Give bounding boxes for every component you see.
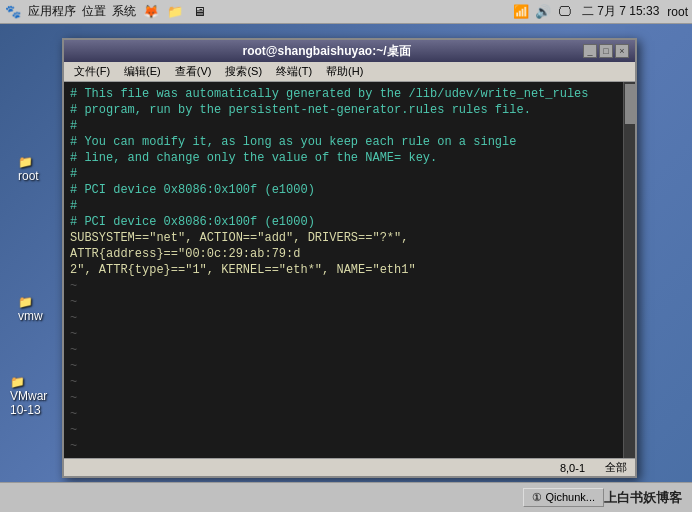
datetime-display: 二 7月 7 15:33 — [582, 3, 659, 20]
line-9: # PCI device 0x8086:0x100f (e1000) — [70, 214, 617, 230]
line-1: # This file was automatically generated … — [70, 86, 617, 102]
menu-bar: 文件(F) 编辑(E) 查看(V) 搜索(S) 终端(T) 帮助(H) — [64, 62, 635, 82]
desktop-icon-root[interactable]: 📁 root — [18, 155, 39, 183]
desktop: 🐾 应用程序 位置 系统 🦊 📁 🖥 📶 🔊 🖵 二 7月 7 15:33 ro… — [0, 0, 692, 512]
desktop-icon-root-label: 📁 — [18, 155, 39, 169]
line-8: # — [70, 198, 617, 214]
desktop-icon-vmwar-text: VMwar — [10, 389, 47, 403]
menu-file[interactable]: 文件(F) — [68, 63, 116, 80]
desktop-icon-vmw[interactable]: 📁 vmw — [18, 295, 43, 323]
maximize-button[interactable]: □ — [599, 44, 613, 58]
tilde-2: ~ — [70, 294, 617, 310]
tilde-11: ~ — [70, 438, 617, 454]
menu-view[interactable]: 查看(V) — [169, 63, 218, 80]
tilde-6: ~ — [70, 358, 617, 374]
minimize-button[interactable]: _ — [583, 44, 597, 58]
open-app-button[interactable]: ① Qichunk... — [523, 488, 604, 507]
line-7: # PCI device 0x8086:0x100f (e1000) — [70, 182, 617, 198]
menu-terminal[interactable]: 终端(T) — [270, 63, 318, 80]
taskbar-top: 🐾 应用程序 位置 系统 🦊 📁 🖥 📶 🔊 🖵 二 7月 7 15:33 ro… — [0, 0, 692, 24]
menu-edit[interactable]: 编辑(E) — [118, 63, 167, 80]
terminal-window: root@shangbaishuyao:~/桌面 _ □ × 文件(F) 编辑(… — [62, 38, 637, 478]
tilde-5: ~ — [70, 342, 617, 358]
status-bar: 8,0-1 全部 — [64, 458, 635, 476]
network-icon: 📶 — [512, 3, 530, 21]
window-titlebar: root@shangbaishuyao:~/桌面 _ □ × — [64, 40, 635, 62]
folder-icon[interactable]: 📁 — [166, 3, 184, 21]
screen-icon: 🖵 — [556, 3, 574, 21]
menu-help[interactable]: 帮助(H) — [320, 63, 369, 80]
cursor-position: 8,0-1 — [560, 462, 585, 474]
desktop-icon-vmwar-icon: 📁 — [10, 375, 47, 389]
scrollbar[interactable] — [623, 82, 635, 458]
system-menu[interactable]: 系统 — [112, 3, 136, 20]
taskbar-left-menu: 🐾 应用程序 位置 系统 🦊 📁 🖥 — [4, 3, 208, 21]
line-6: # — [70, 166, 617, 182]
editor-content[interactable]: # This file was automatically generated … — [64, 82, 635, 458]
taskbar-bottom: ① Qichunk... 上白书妖博客 — [0, 482, 692, 512]
tilde-12: ~ — [70, 454, 617, 458]
position-menu[interactable]: 位置 — [82, 3, 106, 20]
taskbar-right: 📶 🔊 🖵 二 7月 7 15:33 root — [512, 3, 688, 21]
editor-text-area[interactable]: # This file was automatically generated … — [64, 82, 623, 458]
tilde-10: ~ — [70, 422, 617, 438]
app-icon: 🐾 — [4, 3, 22, 21]
line-10: SUBSYSTEM=="net", ACTION=="add", DRIVERS… — [70, 230, 617, 262]
desktop-icon-vmw-label: 📁 — [18, 295, 43, 309]
scrollbar-thumb[interactable] — [625, 84, 635, 124]
volume-icon: 🔊 — [534, 3, 552, 21]
desktop-icon-vmwar-text2: 10-13 — [10, 403, 47, 417]
desktop-icon-vmwar[interactable]: 📁 VMwar 10-13 — [10, 375, 47, 417]
close-button[interactable]: × — [615, 44, 629, 58]
window-title: root@shangbaishuyao:~/桌面 — [70, 43, 583, 60]
line-3: # — [70, 118, 617, 134]
user-display: root — [667, 5, 688, 19]
terminal-icon[interactable]: 🖥 — [190, 3, 208, 21]
system-icons: 📶 🔊 🖵 — [512, 3, 574, 21]
firefox-icon[interactable]: 🦊 — [142, 3, 160, 21]
tilde-8: ~ — [70, 390, 617, 406]
line-2: # program, run by the persistent-net-gen… — [70, 102, 617, 118]
apps-menu[interactable]: 应用程序 — [28, 3, 76, 20]
line-4: # You can modify it, as long as you keep… — [70, 134, 617, 150]
blog-label: 上白书妖博客 — [604, 489, 682, 507]
tilde-4: ~ — [70, 326, 617, 342]
view-status: 全部 — [605, 460, 627, 475]
taskbar-bottom-left: ① Qichunk... — [523, 488, 604, 507]
window-controls: _ □ × — [583, 44, 629, 58]
desktop-icon-vmw-text: vmw — [18, 309, 43, 323]
line-11: 2", ATTR{type}=="1", KERNEL=="eth*", NAM… — [70, 262, 617, 278]
menu-search[interactable]: 搜索(S) — [219, 63, 268, 80]
tilde-1: ~ — [70, 278, 617, 294]
desktop-icon-root-text: root — [18, 169, 39, 183]
tilde-7: ~ — [70, 374, 617, 390]
line-5: # line, and change only the value of the… — [70, 150, 617, 166]
tilde-9: ~ — [70, 406, 617, 422]
tilde-3: ~ — [70, 310, 617, 326]
